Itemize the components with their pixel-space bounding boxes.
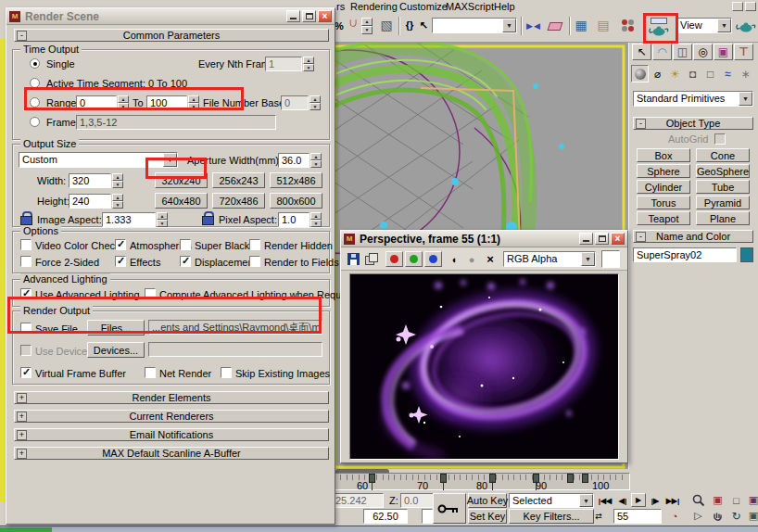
active-segment-radio[interactable] (30, 78, 40, 88)
object-name-field[interactable]: SuperSpray02 (633, 247, 737, 262)
pan-hand-icon[interactable] (710, 509, 726, 523)
object-button-cylinder[interactable]: Cylinder (637, 180, 690, 194)
set-key-button[interactable]: Set Key (468, 509, 507, 524)
monochrome-channel-icon[interactable]: ◐ (448, 251, 462, 267)
pixel-aspect-lock-icon[interactable] (202, 211, 212, 223)
play-button-icon[interactable]: ▶ (631, 493, 646, 507)
expand-icon[interactable]: + (17, 430, 27, 440)
range-radio[interactable] (30, 97, 40, 108)
snap-spinner[interactable]: ▲▼ (361, 18, 373, 34)
object-button-torus[interactable]: Torus (637, 196, 690, 209)
previous-frame-icon[interactable]: ◀| (615, 494, 630, 507)
pixel-aspect-field[interactable]: 1.0 (278, 212, 310, 227)
collapse-icon[interactable]: - (636, 119, 646, 129)
snap-magnet-icon[interactable]: ∩ (346, 15, 360, 35)
tab-modify[interactable]: ◠ (652, 44, 672, 60)
height-field[interactable]: 240 (69, 194, 111, 209)
dialog-close-button[interactable]: × (318, 10, 332, 22)
go-to-end-icon[interactable]: ▶▶| (664, 494, 681, 507)
red-channel-button[interactable] (385, 251, 403, 267)
expand-icon[interactable]: + (17, 393, 27, 403)
menu-item-modifiers[interactable]: rs (336, 1, 345, 13)
dropdown-arrow-icon[interactable]: ▼ (581, 252, 595, 266)
dialog-titlebar[interactable]: M Render Scene × (6, 8, 335, 25)
object-button-box[interactable]: Box (637, 148, 690, 162)
create-systems-icon[interactable]: ∗ (737, 65, 754, 82)
create-helpers-icon[interactable]: □ (701, 65, 719, 82)
tab-motion[interactable]: ◎ (693, 44, 713, 60)
object-button-sphere[interactable]: Sphere (637, 164, 690, 178)
height-spinner[interactable]: ▲▼ (112, 194, 123, 209)
aperture-spinner[interactable]: ▲▼ (310, 153, 322, 168)
field-of-view-icon[interactable]: ▷ (690, 509, 706, 523)
frames-field[interactable]: 1,3,5-12 (76, 115, 276, 130)
render-scene-dialog-icon[interactable] (647, 15, 671, 39)
scanline-rollout[interactable]: + MAX Default Scanline A-Buffer (14, 447, 329, 460)
aperture-field[interactable]: 36.0 (278, 153, 310, 168)
range-to-spinner[interactable]: ▲▼ (188, 95, 199, 110)
material-editor-icon[interactable] (619, 17, 636, 33)
layer-manager-icon[interactable]: ▦ (573, 16, 589, 34)
preset-256x243-button[interactable]: 256x243 (212, 172, 265, 188)
min-max-toggle-icon[interactable]: ▣ (747, 509, 758, 523)
video-color-check-checkbox[interactable] (20, 239, 32, 250)
auto-key-button[interactable]: Auto Key (468, 493, 507, 508)
force-2-sided-checkbox[interactable] (20, 256, 32, 267)
object-color-swatch[interactable] (740, 247, 753, 262)
image-aspect-lock-icon[interactable] (20, 211, 31, 223)
dialog-minimize-button[interactable] (286, 10, 300, 22)
zoom-icon[interactable] (690, 493, 706, 507)
blue-channel-button[interactable] (424, 251, 442, 267)
tab-create[interactable]: ↖ (632, 44, 651, 60)
start-button-sliver[interactable] (0, 527, 52, 532)
create-shapes-icon[interactable]: ⌀ (649, 65, 666, 82)
mirror-icon[interactable]: ▶◀ (524, 18, 543, 34)
clear-icon[interactable]: × (483, 251, 498, 267)
device-path-field[interactable] (148, 342, 322, 357)
tab-utilities[interactable]: ⊤ (734, 44, 753, 60)
file-number-base-field[interactable]: 0 (281, 95, 309, 110)
range-to-field[interactable]: 100 (146, 95, 187, 110)
arc-rotate-icon[interactable]: ↻ (728, 509, 744, 523)
grid-size-field[interactable]: 62.50 (363, 509, 408, 524)
window-maximize-button[interactable] (745, 2, 756, 11)
object-button-teapot[interactable]: Teapot (637, 211, 690, 225)
use-advanced-lighting-checkbox[interactable] (20, 288, 32, 299)
clone-window-icon[interactable] (364, 252, 378, 265)
single-radio[interactable] (30, 58, 40, 69)
preset-320x240-button[interactable]: 320x240 (155, 172, 208, 188)
common-parameters-rollout[interactable]: - Common Parameters (14, 29, 329, 42)
select-key-button[interactable] (433, 493, 466, 524)
dropdown-arrow-icon[interactable]: ▼ (163, 153, 177, 167)
time-configuration-icon[interactable]: ◔ (667, 510, 682, 523)
atmospherics-checkbox[interactable] (115, 239, 126, 250)
window-minimize-button[interactable] (732, 2, 743, 11)
name-color-rollout[interactable]: - Name and Color (633, 230, 753, 243)
range-from-spinner[interactable]: ▲▼ (118, 95, 129, 110)
object-button-pyramid[interactable]: Pyramid (696, 196, 750, 209)
object-button-plane[interactable]: Plane (696, 211, 750, 225)
keyframe-marker[interactable] (567, 474, 574, 483)
perspective-maximize-button[interactable] (595, 233, 609, 245)
curve-editor-icon[interactable]: ▤ (595, 16, 612, 34)
displacement-checkbox[interactable] (180, 256, 191, 267)
alpha-channel-icon[interactable]: ● (464, 251, 479, 267)
output-preset-dropdown[interactable]: Custom ▼ (19, 152, 178, 168)
render-view-dropdown[interactable]: View ▼ (676, 18, 732, 33)
range-from-field[interactable]: 0 (76, 95, 117, 110)
image-aspect-spinner[interactable]: ▲▼ (157, 212, 168, 227)
net-render-checkbox[interactable] (145, 367, 156, 378)
eraser-icon[interactable] (548, 22, 563, 31)
zoom-extents-all-icon[interactable]: ▣ (747, 493, 758, 507)
package-icon[interactable]: ▧ (378, 16, 395, 34)
dialog-maximize-button[interactable] (302, 10, 316, 22)
create-cameras-icon[interactable]: ◘ (684, 65, 701, 82)
save-file-path-field[interactable]: ...ents and Settings\Raymond\桌面\magic.av… (148, 320, 322, 335)
perspective-titlebar[interactable]: M Perspective, frame 55 (1:1) × (341, 231, 627, 247)
frames-radio[interactable] (30, 117, 40, 127)
go-to-start-icon[interactable]: |◀◀ (597, 494, 613, 507)
every-nth-field[interactable]: 1 (265, 57, 302, 71)
width-spinner[interactable]: ▲▼ (112, 173, 123, 188)
current-renderers-rollout[interactable]: + Current Renderers (14, 410, 329, 423)
collapse-icon[interactable]: - (17, 31, 27, 41)
